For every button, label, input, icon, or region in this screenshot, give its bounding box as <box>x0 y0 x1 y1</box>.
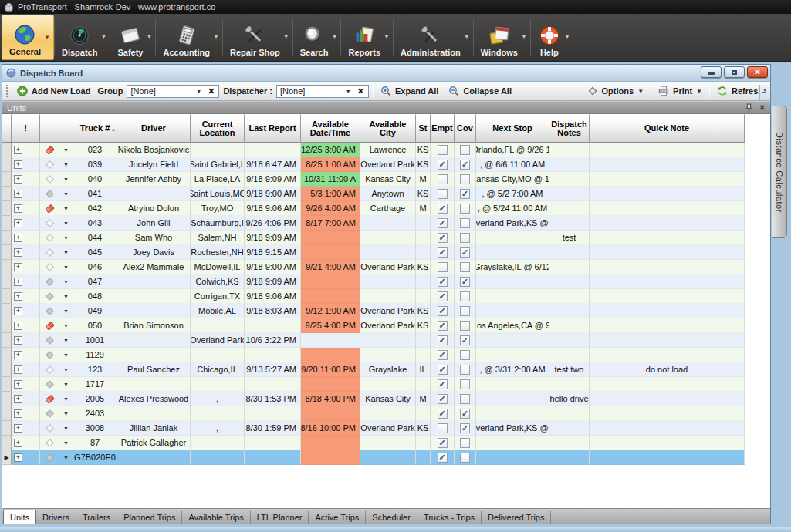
covered-checkbox[interactable] <box>460 204 470 214</box>
column-header-available[interactable]: Available Date/Time <box>301 114 360 143</box>
empty-checkbox[interactable]: ✓ <box>438 306 448 316</box>
empty-checkbox[interactable]: ✓ <box>438 321 448 331</box>
covered-checkbox[interactable] <box>460 218 470 228</box>
table-row[interactable]: +▼87Patrick Gallagher✓ <box>2 436 745 450</box>
toolbar-grip[interactable] <box>6 85 8 97</box>
column-header-empt[interactable]: Empt <box>431 114 455 143</box>
column-header-location[interactable]: Current Location <box>191 114 245 143</box>
chevron-down-icon[interactable]: ▼ <box>63 352 69 358</box>
covered-checkbox[interactable] <box>460 321 470 331</box>
table-row[interactable]: ▶+▼G7B020E0✓ <box>2 450 745 465</box>
tab-drivers[interactable]: Drivers <box>36 511 76 524</box>
covered-checkbox[interactable]: ✓ <box>460 409 470 419</box>
empty-checkbox[interactable]: ✓ <box>438 218 448 228</box>
chevron-down-icon[interactable]: ▼ <box>564 33 570 40</box>
column-header-quick_note[interactable]: Quick Note <box>590 114 745 143</box>
covered-checkbox[interactable] <box>460 291 470 301</box>
expand-all-button[interactable]: Expand All <box>377 84 441 98</box>
table-row[interactable]: +▼1001Overland Park10/6 3:22 PM✓✓ <box>2 333 745 348</box>
empty-checkbox[interactable]: ✓ <box>438 350 448 360</box>
covered-checkbox[interactable] <box>460 306 470 316</box>
expand-icon[interactable]: + <box>14 307 22 315</box>
table-row[interactable]: +▼039Jocelyn FieldSaint Gabriel,L9/18 6:… <box>2 157 745 172</box>
tab-ltl-planner[interactable]: LTL Planner <box>251 511 309 524</box>
expand-icon[interactable]: + <box>14 380 22 389</box>
tab-units[interactable]: Units <box>3 510 36 524</box>
expand-icon[interactable]: + <box>14 453 22 462</box>
table-row[interactable]: +▼049Mobile,AL9/18 8:03 AM9/12 1:00 AMOv… <box>2 304 745 318</box>
close-units-icon[interactable]: ✕ <box>759 103 766 112</box>
column-header-cov[interactable]: Cov <box>455 114 476 143</box>
expand-icon[interactable]: + <box>14 365 22 374</box>
ribbon-item-repair-shop[interactable]: ▼Repair Shop <box>223 15 292 60</box>
empty-checkbox[interactable]: ✓ <box>438 453 448 463</box>
refresh-button[interactable]: Refresh <box>714 84 766 98</box>
chevron-down-icon[interactable]: ▼ <box>63 308 69 314</box>
ribbon-item-reports[interactable]: ▼Reports <box>341 15 393 60</box>
expand-icon[interactable]: + <box>14 292 22 301</box>
chevron-down-icon[interactable]: ▼ <box>521 33 527 40</box>
column-header-next_stop[interactable]: Next Stop <box>476 114 549 143</box>
covered-checkbox[interactable]: ✓ <box>460 423 470 433</box>
empty-checkbox[interactable]: ✓ <box>438 160 448 170</box>
expand-icon[interactable]: + <box>14 146 22 154</box>
chevron-down-icon[interactable]: ▼ <box>63 426 69 431</box>
ribbon-item-administration[interactable]: ▼Administration <box>394 15 473 60</box>
chevron-down-icon[interactable]: ▼ <box>63 411 69 416</box>
chevron-down-icon[interactable]: ▼ <box>63 455 69 460</box>
expand-icon[interactable]: + <box>14 395 22 403</box>
table-row[interactable]: +▼2403✓✓ <box>2 406 745 421</box>
chevron-down-icon[interactable]: ▼ <box>63 177 69 182</box>
covered-checkbox[interactable] <box>460 145 470 155</box>
table-row[interactable]: +▼023Nikola Bosjankovic12/25 3:00 AMLawr… <box>2 143 745 157</box>
expand-icon[interactable]: + <box>14 263 22 271</box>
clear-group-icon[interactable]: ✕ <box>205 86 217 96</box>
ribbon-item-windows[interactable]: ▼Windows <box>474 15 530 60</box>
table-row[interactable]: +▼047Colwich,KS9/18 9:09 AM✓✓ <box>2 274 745 289</box>
expand-icon[interactable]: + <box>14 248 22 257</box>
covered-checkbox[interactable] <box>460 453 470 463</box>
ribbon-item-search[interactable]: ▼Search <box>293 15 341 60</box>
covered-checkbox[interactable] <box>460 394 470 404</box>
chevron-down-icon[interactable]: ▼ <box>63 206 69 211</box>
ribbon-item-safety[interactable]: ▼Safety <box>110 15 155 60</box>
empty-checkbox[interactable]: ✓ <box>438 335 448 345</box>
covered-checkbox[interactable] <box>460 365 470 375</box>
empty-checkbox[interactable] <box>438 189 448 199</box>
column-header-alert[interactable]: ! <box>12 114 40 143</box>
table-row[interactable]: +▼043John GillSchaumburg,I9/26 4:06 PM8/… <box>2 216 745 231</box>
table-row[interactable]: +▼3008Jillian Janiak,8/30 1:59 PM8/16 10… <box>2 421 745 436</box>
chevron-down-icon[interactable]: ▼ <box>332 33 338 40</box>
ribbon-item-dispatch[interactable]: ▼Dispatch <box>55 15 110 60</box>
collapse-all-button[interactable]: Collapse All <box>445 84 515 98</box>
empty-checkbox[interactable]: ✓ <box>438 291 448 301</box>
clear-dispatcher-icon[interactable]: ✕ <box>355 86 367 96</box>
expand-icon[interactable]: + <box>14 190 22 198</box>
expand-icon[interactable]: + <box>14 219 22 227</box>
expand-icon[interactable]: + <box>14 409 22 418</box>
chevron-down-icon[interactable]: ▼ <box>44 34 50 41</box>
empty-checkbox[interactable]: ✓ <box>438 379 448 389</box>
ribbon-item-accounting[interactable]: ▼Accounting <box>156 15 222 60</box>
column-header-st[interactable]: St <box>416 114 431 143</box>
column-header-icon[interactable] <box>40 114 59 143</box>
chevron-down-icon[interactable]: ▼ <box>63 235 69 241</box>
covered-checkbox[interactable] <box>460 379 470 389</box>
add-new-load-button[interactable]: Add New Load <box>14 84 93 98</box>
table-row[interactable]: +▼045Joey DavisRochester,NH9/18 9:15 AM✓… <box>2 245 745 260</box>
chevron-down-icon[interactable]: ▼ <box>63 396 69 402</box>
chevron-down-icon[interactable]: ▼ <box>342 89 355 94</box>
covered-checkbox[interactable]: ✓ <box>460 160 470 170</box>
column-header-truck[interactable]: Truck #▲ <box>73 114 117 143</box>
toolbar-overflow-button[interactable]: ▼▔ <box>759 85 769 100</box>
print-button[interactable]: Print ▼ <box>655 84 705 98</box>
empty-checkbox[interactable] <box>438 262 448 272</box>
chevron-down-icon[interactable]: ▼ <box>63 250 69 255</box>
table-row[interactable]: +▼050Brian Simonson9/25 4:00 PMOverland … <box>2 318 745 333</box>
expand-icon[interactable]: + <box>14 336 22 345</box>
covered-checkbox[interactable] <box>460 233 470 243</box>
column-header-city[interactable]: Available City <box>360 114 416 143</box>
expand-icon[interactable]: + <box>14 234 22 242</box>
restore-button[interactable] <box>724 66 745 78</box>
tab-delivered-trips[interactable]: Delivered Trips <box>482 511 551 524</box>
